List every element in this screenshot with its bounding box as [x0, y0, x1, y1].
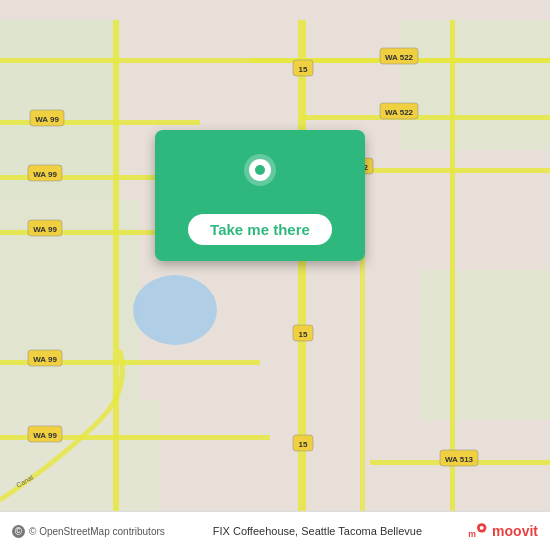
svg-rect-4 — [420, 270, 550, 420]
svg-text:15: 15 — [299, 65, 308, 74]
map-attribution: © © OpenStreetMap contributors — [12, 525, 165, 538]
take-me-there-button[interactable]: Take me there — [188, 214, 332, 245]
svg-text:WA 99: WA 99 — [33, 355, 57, 364]
location-pin-icon — [233, 148, 287, 202]
svg-text:WA 513: WA 513 — [445, 455, 474, 464]
svg-text:WA 99: WA 99 — [35, 115, 59, 124]
place-info: FIX Coffeehouse, Seattle Tacoma Bellevue — [169, 525, 466, 537]
svg-rect-3 — [400, 20, 550, 150]
attribution-text: © OpenStreetMap contributors — [29, 526, 165, 537]
svg-text:WA 99: WA 99 — [33, 170, 57, 179]
navigation-card: Take me there — [155, 130, 365, 261]
svg-text:15: 15 — [299, 440, 308, 449]
svg-point-48 — [255, 165, 265, 175]
svg-point-51 — [480, 526, 484, 530]
svg-rect-14 — [300, 115, 550, 120]
moovit-logo: m moovit — [466, 520, 538, 542]
svg-text:15: 15 — [299, 330, 308, 339]
svg-text:WA 99: WA 99 — [33, 431, 57, 440]
svg-text:WA 522: WA 522 — [385, 108, 414, 117]
map-background: WA 99 WA 99 WA 99 WA 99 WA 99 WA 522 WA … — [0, 0, 550, 550]
moovit-icon: m — [466, 520, 488, 542]
svg-text:m: m — [468, 529, 476, 539]
svg-text:WA 99: WA 99 — [33, 225, 57, 234]
svg-rect-18 — [113, 20, 119, 530]
map-container: WA 99 WA 99 WA 99 WA 99 WA 99 WA 522 WA … — [0, 0, 550, 550]
svg-rect-17 — [298, 20, 306, 530]
bottom-bar: © © OpenStreetMap contributors FIX Coffe… — [0, 511, 550, 550]
moovit-text: moovit — [492, 523, 538, 539]
svg-text:WA 522: WA 522 — [385, 53, 414, 62]
svg-point-6 — [133, 275, 217, 345]
svg-rect-20 — [360, 220, 365, 530]
copyright-icon: © — [12, 525, 25, 538]
